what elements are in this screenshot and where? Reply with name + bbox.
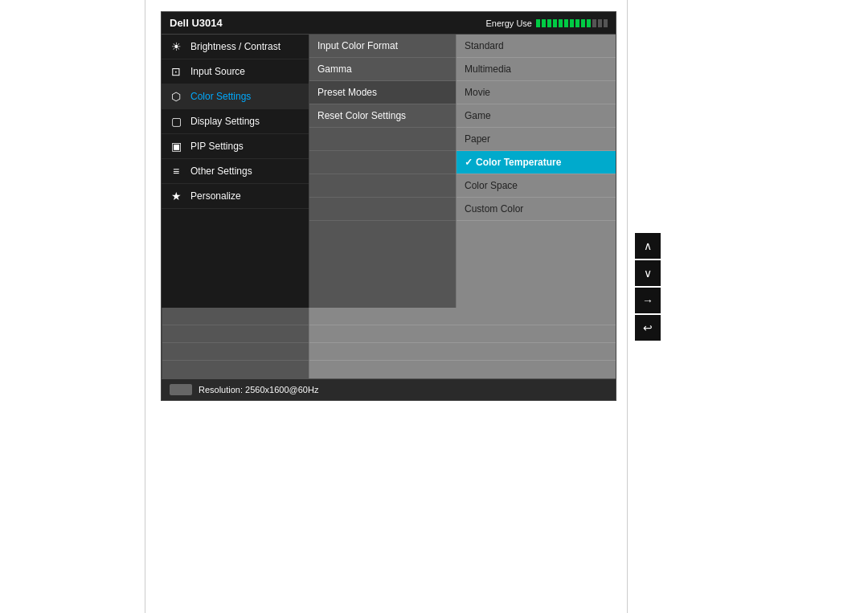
seg2 xyxy=(542,19,546,27)
nav-up-button[interactable]: ∧ xyxy=(635,233,661,259)
seg11 xyxy=(592,19,596,27)
sidebar-item-brightness-contrast[interactable]: ☀ Brightness / Contrast xyxy=(162,35,309,59)
seg6 xyxy=(564,19,568,27)
energy-bar xyxy=(536,19,608,27)
right-standard[interactable]: Standard xyxy=(457,35,616,58)
input-source-icon: ⊡ xyxy=(168,65,184,78)
osd-monitor: Dell U3014 Energy Use xyxy=(161,11,616,401)
middle-preset-modes[interactable]: Preset Modes xyxy=(309,81,456,104)
color-settings-label: Color Settings xyxy=(190,91,251,102)
middle-reset-color-settings[interactable]: Reset Color Settings xyxy=(309,104,456,128)
sidebar-item-other-settings[interactable]: ≡ Other Settings xyxy=(162,159,309,184)
osd-sidebar: ☀ Brightness / Contrast ⊡ Input Source ⬡… xyxy=(162,35,309,308)
osd-content: ☀ Brightness / Contrast ⊡ Input Source ⬡… xyxy=(162,35,616,308)
color-settings-icon: ⬡ xyxy=(168,90,184,103)
energy-label: Energy Use xyxy=(486,18,532,28)
nav-right-button[interactable]: → xyxy=(635,288,661,313)
middle-empty1 xyxy=(309,128,456,151)
footer-resolution: Resolution: 2560x1600@60Hz xyxy=(199,385,318,394)
seg4 xyxy=(553,19,557,27)
nav-back-button[interactable]: ↩ xyxy=(635,315,661,341)
right-color-temperature[interactable]: ✓Color Temperature xyxy=(457,151,616,174)
footer-icon xyxy=(170,384,192,395)
seg9 xyxy=(581,19,585,27)
seg5 xyxy=(559,19,563,27)
display-settings-icon: ▢ xyxy=(168,115,184,128)
display-settings-label: Display Settings xyxy=(190,116,260,127)
left-separator xyxy=(145,0,145,613)
middle-empty2 xyxy=(309,151,456,174)
checkmark-icon: ✓ xyxy=(465,157,473,168)
personalize-label: Personalize xyxy=(190,190,241,202)
right-paper[interactable]: Paper xyxy=(457,128,616,151)
sidebar-item-display-settings[interactable]: ▢ Display Settings xyxy=(162,109,309,134)
personalize-icon: ★ xyxy=(168,190,184,202)
seg7 xyxy=(570,19,574,27)
osd-footer: Resolution: 2560x1600@60Hz xyxy=(162,378,616,400)
energy-bar-container: Energy Use xyxy=(486,18,608,28)
seg8 xyxy=(575,19,579,27)
monitor-title: Dell U3014 xyxy=(170,17,223,29)
sidebar-item-color-settings[interactable]: ⬡ Color Settings xyxy=(162,84,309,109)
sidebar-item-input-source[interactable]: ⊡ Input Source xyxy=(162,59,309,84)
bottom-empty-rows xyxy=(162,308,616,378)
seg3 xyxy=(547,19,551,27)
osd-header: Dell U3014 Energy Use xyxy=(162,12,616,35)
right-separator xyxy=(627,0,628,613)
right-multimedia[interactable]: Multimedia xyxy=(457,58,616,81)
sidebar-item-pip-settings[interactable]: ▣ PIP Settings xyxy=(162,134,309,159)
pip-settings-label: PIP Settings xyxy=(190,141,244,152)
pip-settings-icon: ▣ xyxy=(168,140,184,153)
sidebar-item-personalize[interactable]: ★ Personalize xyxy=(162,184,309,209)
middle-empty4 xyxy=(309,198,456,221)
middle-empty3 xyxy=(309,174,456,198)
right-color-space[interactable]: Color Space xyxy=(457,174,616,198)
other-settings-label: Other Settings xyxy=(190,166,252,177)
right-custom-color[interactable]: Custom Color xyxy=(457,198,616,221)
bottom-middle-empty xyxy=(162,308,309,378)
nav-buttons: ∧ ∨ → ↩ xyxy=(635,233,661,341)
brightness-icon: ☀ xyxy=(168,40,184,53)
osd-right: Standard Multimedia Movie Game Paper ✓Co… xyxy=(456,35,616,308)
seg1 xyxy=(536,19,540,27)
middle-gamma[interactable]: Gamma xyxy=(309,58,456,81)
brightness-label: Brightness / Contrast xyxy=(190,41,280,52)
other-settings-icon: ≡ xyxy=(168,165,184,178)
seg12 xyxy=(598,19,602,27)
right-movie[interactable]: Movie xyxy=(457,81,616,104)
middle-input-color-format[interactable]: Input Color Format xyxy=(309,35,456,58)
seg10 xyxy=(587,19,591,27)
osd-middle: Input Color Format Gamma Preset Modes Re… xyxy=(309,35,456,308)
page-wrapper: Dell U3014 Energy Use xyxy=(0,0,868,613)
input-source-label: Input Source xyxy=(190,66,245,77)
nav-down-button[interactable]: ∨ xyxy=(635,260,661,286)
bottom-right-empty xyxy=(309,308,616,378)
seg13 xyxy=(604,19,608,27)
right-game[interactable]: Game xyxy=(457,104,616,128)
